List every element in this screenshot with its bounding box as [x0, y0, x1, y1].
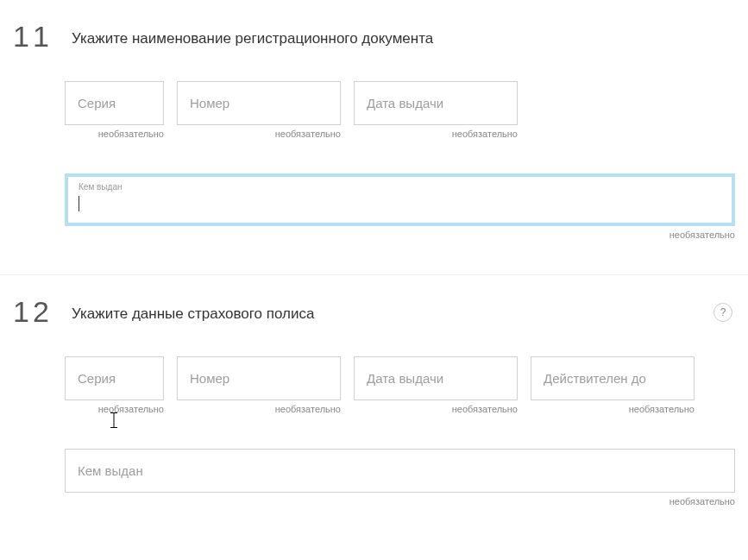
valid-until-input[interactable] — [531, 356, 695, 400]
field-series: необязательно — [65, 81, 164, 139]
fields-wrap: необязательно необязательно необязательн… — [13, 356, 735, 507]
issue-date-input[interactable] — [354, 356, 518, 400]
field-issued-by: необязательно — [65, 449, 735, 507]
optional-hint: необязательно — [177, 404, 341, 414]
issued-by-label: Кем выдан — [79, 182, 122, 192]
optional-hint: необязательно — [65, 404, 164, 414]
field-row: Кем выдан необязательно — [65, 173, 735, 240]
field-number: необязательно — [177, 81, 341, 139]
field-series: необязательно — [65, 356, 164, 414]
section-12: ? 12 Укажите данные страхового полиса не… — [0, 275, 748, 541]
field-row: необязательно — [65, 449, 735, 507]
focused-input-wrap: Кем выдан — [65, 173, 735, 226]
section-header: 11 Укажите наименование регистрационного… — [13, 22, 735, 51]
section-number: 12 — [13, 297, 54, 326]
issue-date-input[interactable] — [354, 81, 518, 125]
field-row: необязательно необязательно необязательн… — [65, 356, 735, 414]
fields-wrap: необязательно необязательно необязательн… — [13, 81, 735, 240]
field-number: необязательно — [177, 356, 341, 414]
optional-hint: необязательно — [354, 404, 518, 414]
section-header: 12 Укажите данные страхового полиса — [13, 297, 735, 326]
issued-by-input[interactable] — [65, 449, 735, 493]
optional-hint: необязательно — [354, 129, 518, 139]
optional-hint: необязательно — [177, 129, 341, 139]
field-row: необязательно необязательно необязательн… — [65, 81, 735, 139]
optional-hint: необязательно — [65, 496, 735, 507]
help-icon[interactable]: ? — [713, 303, 732, 322]
issued-by-input[interactable] — [68, 177, 732, 223]
field-valid-until: необязательно — [531, 356, 695, 414]
field-issued-by: Кем выдан необязательно — [65, 173, 735, 240]
optional-hint: необязательно — [65, 230, 735, 240]
section-title: Укажите наименование регистрационного до… — [72, 22, 433, 47]
field-issue-date: необязательно — [354, 81, 518, 139]
series-input[interactable] — [65, 81, 164, 125]
section-title: Укажите данные страхового полиса — [72, 297, 314, 323]
number-input[interactable] — [177, 81, 341, 125]
number-input[interactable] — [177, 356, 341, 400]
section-number: 11 — [13, 22, 54, 51]
text-caret — [79, 196, 79, 211]
field-issue-date: необязательно — [354, 356, 518, 414]
section-11: 11 Укажите наименование регистрационного… — [0, 0, 748, 274]
series-input[interactable] — [65, 356, 164, 400]
optional-hint: необязательно — [65, 129, 164, 139]
optional-hint: необязательно — [531, 404, 695, 414]
